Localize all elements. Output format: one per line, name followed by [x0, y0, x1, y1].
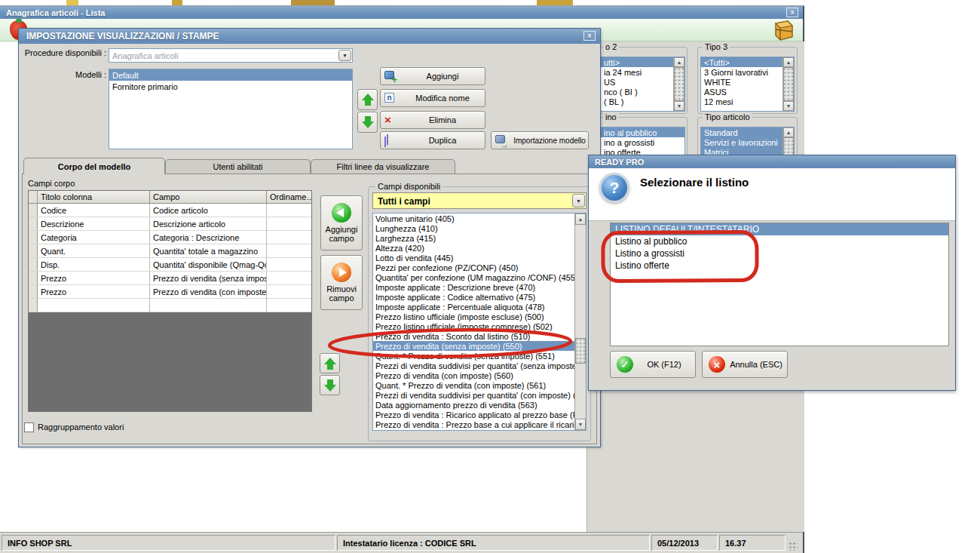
annulla-button[interactable]: × Annulla (ESC) — [702, 351, 788, 378]
table-row[interactable]: Prezzo Prezzo di vendita (con imposte) — [29, 285, 311, 299]
list-item[interactable]: Listino al pubblico — [611, 235, 948, 247]
arrow-down-icon — [324, 385, 336, 392]
list-item[interactable]: Fornitore primario — [109, 81, 352, 92]
listino-dialog-title: READY PRO — [595, 158, 644, 167]
listino-select-list[interactable]: LISTINO DEFAULT/INTESTATARIOListino al p… — [610, 223, 949, 346]
list-item[interactable]: 12 mesi — [701, 97, 794, 106]
table-row[interactable]: Quant. Quantita' totale a magazzino — [29, 244, 311, 258]
listino-label: ino — [603, 112, 619, 121]
list-item[interactable]: Imposte applicate : Descrizione breve (4… — [373, 282, 574, 292]
list-item[interactable]: Prezzo di vendita (senza imposte) (550) — [373, 341, 574, 351]
table-header-row: Titolo colonna Campo Ordiname… — [29, 191, 311, 204]
list-item[interactable]: Imposte applicate : Percentuale aliquota… — [373, 302, 574, 312]
table-row[interactable]: Descrizione Descrizione articolo — [29, 217, 311, 231]
list-item[interactable]: Data aggiornamento prezzo di vendita (56… — [373, 400, 574, 410]
tab-corpo-del-modello[interactable]: Corpo del modello — [23, 158, 165, 174]
list-item[interactable]: Altezza (420) — [373, 243, 574, 253]
duplica-button[interactable]: Duplica — [380, 131, 485, 149]
col-header-ordinamento[interactable]: Ordiname… — [267, 191, 311, 203]
scroll-up-icon[interactable]: ▲ — [783, 127, 794, 137]
scrollbar-thumb[interactable] — [783, 67, 794, 101]
tipo2-scrollbar[interactable]: ▲ ▼ — [673, 57, 684, 111]
list-item[interactable]: 3 Giorni lavorativi — [701, 67, 794, 77]
list-item[interactable]: Imposte applicate : Codice alternativo (… — [373, 292, 574, 302]
tab-filtri-linee[interactable]: Filtri linee da visualizzare — [311, 159, 455, 174]
list-item[interactable]: Default — [109, 69, 352, 81]
scroll-down-icon[interactable]: ▼ — [783, 101, 794, 111]
resize-grip-icon[interactable] — [789, 542, 798, 551]
chevron-down-icon[interactable]: ▼ — [338, 50, 351, 61]
list-item[interactable]: Prezzo listino ufficiale (imposte compre… — [373, 321, 574, 331]
scroll-up-icon[interactable]: ▲ — [783, 57, 794, 67]
tipo3-list[interactable]: <Tutti>3 Giorni lavorativiWHITEASUS12 me… — [700, 57, 795, 112]
modifica-nome-button[interactable]: n Modifica nome — [380, 89, 485, 107]
list-item[interactable]: Quant. * Prezzo di vendita (con imposte)… — [373, 380, 574, 390]
toolbar-icon-fragment — [172, 0, 182, 5]
list-item[interactable]: Lotto di vendita (445) — [373, 253, 574, 263]
table-row[interactable]: Disp. Quantita' disponibile (Qmag-Qo… — [29, 258, 311, 272]
list-item[interactable]: Volume unitario (405) — [373, 214, 574, 223]
list-item[interactable]: Standard — [701, 127, 794, 137]
tipo-articolo-label: Tipo articolo — [703, 112, 752, 121]
campi-disponibili-list[interactable]: Volume unitario (405)Lunghezza (410)Larg… — [372, 213, 586, 431]
list-item[interactable]: Prezzo di vendita : Sconto dal listino (… — [373, 331, 574, 341]
ok-button[interactable]: ✓ OK (F12) — [610, 351, 696, 378]
campi-filter-combobox[interactable]: Tutti i campi ▼ — [372, 192, 586, 209]
list-item[interactable]: Larghezza (415) — [373, 233, 574, 243]
list-item[interactable]: Prezzo di vendita : Ricarico applicato a… — [373, 410, 574, 419]
chevron-down-icon[interactable]: ▼ — [572, 194, 585, 207]
model-move-down-button[interactable] — [357, 112, 378, 133]
list-item[interactable]: Prezzi di vendita suddivisi per quantita… — [373, 361, 574, 370]
tipo3-scrollbar[interactable]: ▲ ▼ — [782, 57, 794, 111]
raggruppamento-checkbox[interactable] — [24, 422, 34, 432]
col-header-campo[interactable]: Campo — [150, 191, 267, 203]
campi-corpo-table: Titolo colonna Campo Ordiname… Codice Co… — [28, 190, 312, 412]
model-move-up-button[interactable] — [357, 89, 378, 110]
close-icon[interactable]: x — [786, 8, 798, 17]
elimina-button[interactable]: × Elimina — [380, 111, 485, 129]
scroll-down-icon[interactable]: ▼ — [575, 419, 586, 430]
status-company: INFO SHOP SRL — [2, 535, 335, 551]
rimuovi-campo-button[interactable]: Rimuovi campo — [320, 255, 363, 310]
list-item[interactable]: Servizi e lavorazioni — [701, 137, 794, 147]
list-item[interactable]: <Tutti> — [701, 57, 794, 67]
arrow-up-icon — [324, 358, 336, 364]
aggiungi-campo-button[interactable]: Aggiungi campo — [320, 195, 363, 250]
list-item[interactable]: Quant. * Prezzo di vendita (senza impost… — [373, 351, 574, 361]
col-header-titolo[interactable]: Titolo colonna — [38, 191, 150, 203]
list-item[interactable]: Pezzi per confezione (PZ/CONF) (450) — [373, 263, 574, 272]
settings-dialog-title: IMPOSTAZIONE VISUALIZZAZIONI / STAMPE — [26, 31, 219, 41]
list-item[interactable]: WHITE — [701, 77, 794, 87]
list-item[interactable]: Quantita' per confezione (UM magazzino /… — [373, 272, 574, 282]
list-item[interactable]: Prezzo di vendita (con imposte) (560) — [373, 370, 574, 380]
list-item[interactable]: Prezzo listino ufficiale (imposte esclus… — [373, 312, 574, 321]
list-item[interactable]: Listino offerte — [611, 260, 948, 272]
list-item[interactable]: Listino a grossisti — [611, 247, 948, 260]
field-move-down-button[interactable] — [320, 375, 340, 395]
scrollbar-thumb[interactable] — [674, 67, 684, 101]
scroll-down-icon[interactable]: ▼ — [674, 101, 684, 111]
close-icon[interactable]: x — [583, 31, 596, 41]
table-empty-row[interactable] — [29, 299, 311, 312]
list-item[interactable]: ASUS — [701, 87, 794, 97]
scroll-up-icon[interactable]: ▲ — [575, 214, 586, 225]
scrollbar-thumb[interactable] — [575, 338, 586, 364]
field-move-up-button[interactable] — [320, 353, 340, 373]
procedure-combobox[interactable]: Anagrafica articoli ▼ — [109, 48, 353, 63]
importazione-modello-button[interactable]: → Importazione modello — [491, 131, 589, 149]
listino-dialog: READY PRO ? Selezionare il listino LISTI… — [588, 155, 956, 391]
list-item[interactable]: Prezzo di vendita : Prezzo base a cui ap… — [373, 419, 574, 429]
package-icon[interactable] — [769, 19, 795, 41]
tab-utenti-abilitati[interactable]: Utenti abilitati — [165, 159, 311, 174]
table-row[interactable]: Prezzo Prezzo di vendita (senza imposte) — [29, 272, 311, 285]
models-list[interactable]: DefaultFornitore primario — [109, 69, 353, 149]
scroll-up-icon[interactable]: ▲ — [674, 57, 684, 67]
list-item[interactable]: Lunghezza (410) — [373, 223, 574, 233]
aggiungi-button[interactable]: + Aggiungi — [380, 67, 485, 85]
list-item[interactable]: Prezzi di vendita suddivisi per quantita… — [373, 390, 574, 400]
cross-circle-icon: × — [709, 356, 725, 373]
campi-list-scrollbar[interactable]: ▲ ▼ — [574, 214, 586, 430]
table-row[interactable]: Categoria Categoria : Descrizione — [29, 231, 311, 244]
list-item[interactable]: LISTINO DEFAULT/INTESTATARIO — [611, 223, 948, 235]
table-row[interactable]: Codice Codice articolo — [29, 204, 311, 217]
